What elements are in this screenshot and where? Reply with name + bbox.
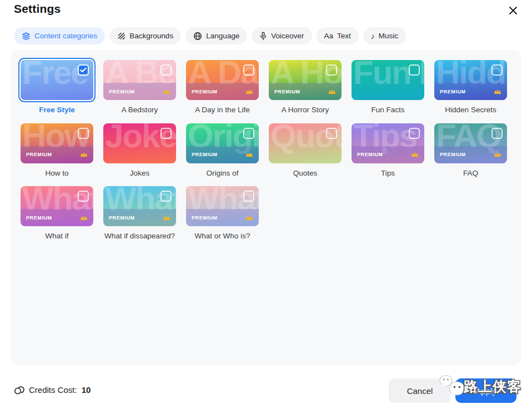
premium-label: PREMIUM — [192, 89, 218, 94]
close-button[interactable] — [506, 4, 520, 17]
layers-icon — [22, 32, 31, 41]
premium-band: PREMIUM — [434, 146, 507, 163]
crown-icon — [163, 87, 170, 97]
category-checkbox[interactable] — [243, 128, 254, 139]
category-card-art: FAQ PREMIUM — [434, 123, 507, 163]
coins-icon — [14, 385, 24, 395]
category-card-what-or-who-is[interactable]: What or Who is? PREMIUM — [186, 186, 259, 226]
category-card-art: Hidden Secrets PREMIUM — [434, 60, 507, 100]
close-icon — [509, 6, 518, 15]
tab-backgrounds[interactable]: Backgrounds — [109, 27, 181, 44]
category-card-a-bedstory[interactable]: A Bedstory PREMIUM — [103, 60, 176, 100]
tab-label: Voiceover — [271, 32, 304, 40]
credits-label: Credits Cost: — [29, 385, 77, 395]
premium-band: PREMIUM — [352, 146, 424, 163]
crown-icon — [494, 87, 501, 97]
crown-icon — [163, 213, 170, 223]
tab-label: Content categories — [34, 32, 97, 40]
category-card-how-to[interactable]: How to PREMIUM — [21, 123, 93, 163]
premium-label: PREMIUM — [109, 89, 135, 94]
category-card-art: How to PREMIUM — [21, 123, 93, 163]
tab-label: Music — [379, 32, 398, 40]
premium-label: PREMIUM — [440, 152, 466, 157]
category-checkbox[interactable] — [243, 64, 254, 76]
category-label: Jokes — [103, 168, 176, 179]
category-checkbox[interactable] — [78, 191, 89, 202]
premium-band: PREMIUM — [186, 146, 259, 163]
credits-cost: Credits Cost: 10 — [14, 385, 91, 395]
premium-label: PREMIUM — [440, 89, 466, 94]
cancel-button[interactable]: Cancel — [389, 378, 451, 403]
checkmark-icon — [80, 67, 87, 73]
category-label: A Bedstory — [103, 104, 176, 116]
category-checkbox[interactable] — [491, 64, 503, 76]
tabs: Content categories Backgrounds Language … — [14, 27, 406, 44]
category-label: Free Style — [21, 104, 93, 116]
category-checkbox[interactable] — [491, 128, 503, 139]
globe-icon — [193, 32, 202, 41]
crown-icon — [80, 213, 88, 223]
category-label: What if — [21, 231, 93, 242]
category-checkbox[interactable] — [78, 64, 89, 76]
tab-label: Backgrounds — [129, 32, 173, 40]
apply-button[interactable]: Apply — [455, 378, 516, 403]
tab-text[interactable]: Aa Text — [317, 27, 359, 44]
music-note-icon: ♪ — [371, 32, 375, 40]
category-card-faq[interactable]: FAQ PREMIUM — [434, 123, 507, 163]
category-card-origins-of[interactable]: Origins of PREMIUM — [186, 123, 259, 163]
category-checkbox[interactable] — [160, 128, 172, 139]
category-checkbox[interactable] — [326, 64, 337, 76]
category-label: Hidden Secrets — [434, 104, 507, 116]
category-label: A Day in the Life — [186, 104, 259, 116]
page-title: Settings — [14, 2, 61, 16]
crown-icon — [411, 149, 419, 159]
category-card-tips[interactable]: Tips PREMIUM — [352, 123, 424, 163]
category-card-a-day-in-the-life[interactable]: A Day in the Life PREMIUM — [186, 60, 259, 100]
category-card-free-style[interactable]: Free Style — [21, 60, 93, 100]
category-checkbox[interactable] — [326, 128, 337, 139]
category-card-what-if-dissapeared[interactable]: What if dissapeared? PREMIUM — [103, 186, 176, 226]
tab-voiceover[interactable]: Voiceover — [252, 27, 312, 44]
category-checkbox[interactable] — [160, 191, 172, 202]
category-card-what-if[interactable]: What if PREMIUM — [21, 186, 93, 226]
tab-content-categories[interactable]: Content categories — [14, 27, 105, 44]
category-card-jokes[interactable]: Jokes — [103, 123, 176, 163]
category-card-art: Fun Facts — [352, 60, 424, 100]
category-card-quotes[interactable]: Quotes — [269, 123, 342, 163]
category-card-a-horror-story[interactable]: A Horror Story PREMIUM — [269, 60, 342, 100]
category-checkbox[interactable] — [243, 191, 254, 202]
crown-icon — [245, 87, 253, 97]
content-categories-panel: Free Style Free Style A Bedstory PREMIUM — [11, 50, 521, 365]
category-card-art: Free Style — [21, 60, 93, 100]
microphone-icon — [259, 32, 267, 41]
category-card-art: Jokes — [103, 123, 176, 163]
category-checkbox[interactable] — [409, 64, 420, 76]
category-checkbox[interactable] — [409, 128, 420, 139]
category-checkbox[interactable] — [160, 64, 172, 76]
category-label: What if dissapeared? — [103, 231, 176, 242]
category-card-art: Quotes — [269, 123, 342, 163]
category-card-art: A Horror Story PREMIUM — [269, 60, 342, 100]
category-card-fun-facts[interactable]: Fun Facts — [352, 60, 424, 100]
crown-icon — [494, 149, 501, 159]
category-card-art: Tips PREMIUM — [352, 123, 424, 163]
premium-band: PREMIUM — [186, 209, 259, 226]
premium-label: PREMIUM — [109, 215, 135, 221]
premium-label: PREMIUM — [274, 89, 300, 94]
premium-band: PREMIUM — [21, 209, 93, 226]
category-checkbox[interactable] — [78, 128, 89, 139]
premium-band: PREMIUM — [103, 83, 176, 100]
crown-icon — [245, 149, 253, 159]
premium-band: PREMIUM — [21, 146, 93, 163]
premium-label: PREMIUM — [26, 152, 52, 157]
premium-band: PREMIUM — [269, 83, 342, 100]
category-card-art: A Bedstory PREMIUM — [103, 60, 176, 100]
category-grid: Free Style Free Style A Bedstory PREMIUM — [21, 60, 507, 242]
category-card-hidden-secrets[interactable]: Hidden Secrets PREMIUM — [434, 60, 507, 100]
category-label: What or Who is? — [186, 231, 259, 242]
tab-language[interactable]: Language — [185, 27, 247, 44]
tab-music[interactable]: ♪ Music — [363, 27, 406, 44]
text-aa-icon: Aa — [324, 32, 334, 40]
crown-icon — [245, 213, 253, 223]
category-label: A Horror Story — [269, 104, 342, 116]
